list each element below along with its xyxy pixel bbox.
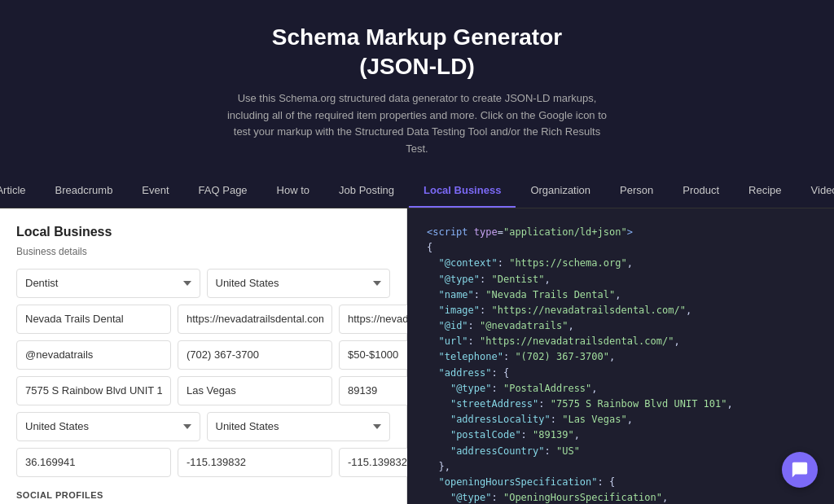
business-name-input[interactable] bbox=[16, 305, 171, 334]
nav-item-faq-page[interactable]: FAQ Page bbox=[184, 174, 262, 208]
social-profiles-title: SOCIAL PROFILES bbox=[16, 490, 390, 500]
nav-item-video[interactable]: Video bbox=[797, 174, 834, 208]
chat-button[interactable] bbox=[782, 452, 818, 488]
left-panel: ☐ Clear entries Local Business Business … bbox=[0, 208, 407, 504]
chat-icon bbox=[791, 461, 809, 479]
country-select-1[interactable]: United States bbox=[207, 269, 391, 298]
main-content: ☐ Clear entries Local Business Business … bbox=[0, 208, 834, 504]
country-select-2[interactable]: United States bbox=[16, 412, 200, 441]
social-profiles-section: SOCIAL PROFILES Add Social Profiles bbox=[16, 490, 390, 504]
business-type-select[interactable]: Dentist bbox=[16, 269, 200, 298]
nav-item-event[interactable]: Event bbox=[127, 174, 183, 208]
longitude1-input[interactable] bbox=[178, 448, 332, 477]
panel-subtitle: Business details bbox=[16, 246, 390, 257]
page-description: Use this Schema.org structured data gene… bbox=[222, 90, 612, 158]
nav-item-person[interactable]: Person bbox=[605, 174, 668, 208]
code-output: <script type="application/ld+json"> { "@… bbox=[427, 225, 814, 504]
nav-item-organization[interactable]: Organization bbox=[516, 174, 605, 208]
street-input[interactable] bbox=[16, 376, 171, 405]
phone-input[interactable] bbox=[178, 340, 332, 370]
nav-item-how-to[interactable]: How to bbox=[262, 174, 324, 208]
code-output-panel: <script type="application/ld+json"> { "@… bbox=[407, 208, 834, 504]
schema-nav: ArticleBreadcrumbEventFAQ PageHow toJob … bbox=[0, 174, 834, 208]
latitude-input[interactable] bbox=[16, 448, 171, 477]
page-title: Schema Markup Generator (JSON-LD) bbox=[16, 23, 818, 82]
nav-item-local-business[interactable]: Local Business bbox=[409, 174, 516, 208]
nav-item-product[interactable]: Product bbox=[668, 174, 734, 208]
page-header: Schema Markup Generator (JSON-LD) Use th… bbox=[0, 0, 834, 174]
country-select-3[interactable]: United States bbox=[207, 412, 391, 441]
nav-item-breadcrumb[interactable]: Breadcrumb bbox=[41, 174, 128, 208]
url-input[interactable] bbox=[178, 305, 332, 334]
panel-title: Local Business bbox=[16, 225, 390, 239]
nav-item-article[interactable]: Article bbox=[0, 174, 41, 208]
social-input[interactable] bbox=[16, 340, 171, 370]
city-input[interactable] bbox=[178, 376, 332, 405]
nav-item-recipe[interactable]: Recipe bbox=[734, 174, 796, 208]
nav-item-job-posting[interactable]: Job Posting bbox=[324, 174, 409, 208]
